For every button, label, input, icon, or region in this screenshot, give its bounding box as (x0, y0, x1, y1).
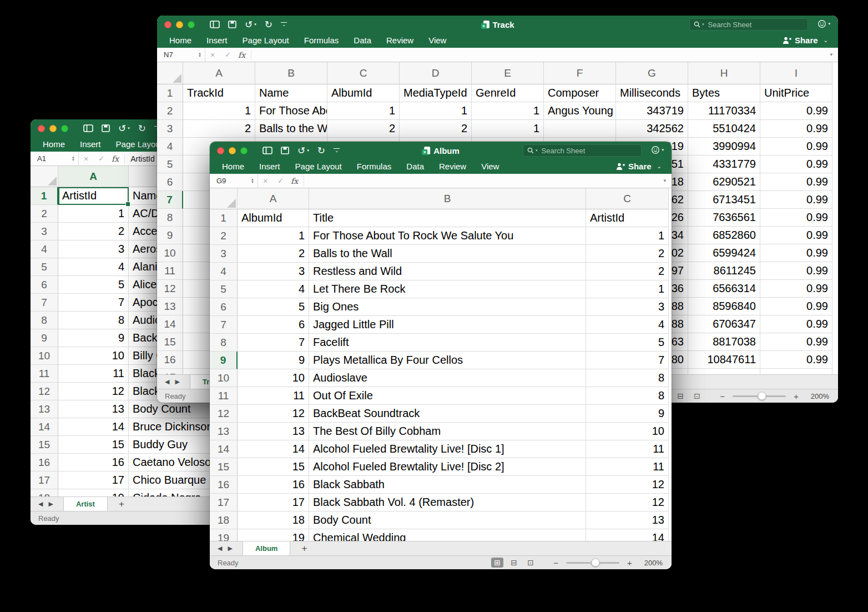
cell-I1[interactable]: UnitPrice (760, 84, 832, 102)
cell-A3[interactable]: 2 (58, 223, 129, 240)
search-scope-caret[interactable]: ▾ (702, 22, 704, 27)
cell-A11[interactable]: 11 (58, 365, 129, 383)
formula-bar-expand-icon[interactable]: ▼ (658, 178, 672, 183)
row-header-9[interactable]: 9 (157, 227, 183, 244)
cell-H11[interactable]: 8611245 (688, 262, 760, 280)
cell-A1[interactable]: ArtistId (58, 187, 129, 205)
menu-item-page-layout[interactable]: Page Layout (295, 162, 342, 171)
cell-A10[interactable]: 10 (58, 347, 129, 365)
cell-A4[interactable]: 3 (238, 263, 309, 280)
cell-F1[interactable]: Composer (544, 84, 616, 102)
cell-C5[interactable]: 1 (586, 280, 669, 298)
cell-I3[interactable]: 0.99 (760, 120, 832, 138)
name-box[interactable]: G9 (210, 174, 248, 188)
cell-G2[interactable]: 343719 (616, 102, 688, 120)
zoom-out-button[interactable]: − (553, 558, 558, 568)
cell-A5[interactable]: 4 (58, 258, 129, 276)
row-header-8[interactable]: 8 (157, 209, 183, 227)
save-icon[interactable] (281, 147, 289, 154)
column-header-F[interactable]: F (544, 62, 616, 84)
column-header-A[interactable]: A (58, 166, 129, 187)
row-header-10[interactable]: 10 (210, 369, 238, 387)
cell-D2[interactable]: 1 (400, 102, 472, 120)
cell-I13[interactable]: 0.99 (760, 298, 832, 315)
cell-C3[interactable]: 2 (327, 120, 400, 138)
row-header-7[interactable]: 7 (210, 316, 238, 334)
zoom-level[interactable]: 200% (644, 559, 663, 567)
cell-C9[interactable]: 7 (586, 352, 669, 369)
search-scope-caret[interactable]: ▾ (536, 148, 538, 153)
cell-H2[interactable]: 11170334 (688, 102, 760, 120)
name-box[interactable]: N7 (157, 48, 195, 62)
page-layout-view-icon[interactable]: ⊟ (674, 391, 687, 401)
normal-view-icon[interactable]: ⊞ (491, 558, 503, 568)
cell-C2[interactable]: 1 (586, 227, 669, 245)
row-header-17[interactable]: 17 (157, 369, 183, 374)
cell-G3[interactable]: 342562 (616, 120, 688, 138)
cell-C3[interactable]: 2 (586, 245, 669, 263)
row-header-17[interactable]: 17 (210, 494, 238, 511)
row-header-2[interactable]: 2 (31, 205, 58, 223)
prev-sheet-icon[interactable]: ◀ (38, 500, 43, 508)
prev-sheet-icon[interactable]: ◀ (165, 378, 169, 385)
cell-B9[interactable]: Plays Metallica By Four Cellos (309, 352, 586, 369)
cell-A7[interactable]: 7 (58, 294, 129, 312)
row-header-11[interactable]: 11 (210, 387, 238, 405)
cell-A10[interactable]: 10 (238, 369, 309, 387)
row-header-14[interactable]: 14 (210, 440, 238, 458)
cell-A12[interactable]: 12 (58, 383, 129, 400)
row-header-12[interactable]: 12 (157, 280, 183, 298)
select-all-corner[interactable] (31, 166, 58, 187)
name-box-stepper[interactable]: ▲▼ (248, 174, 258, 188)
undo-icon[interactable]: ↺▾ (297, 146, 309, 155)
row-header-4[interactable]: 4 (157, 138, 183, 155)
zoom-level[interactable]: 200% (811, 392, 829, 400)
cancel-entry-icon[interactable]: × (258, 177, 272, 185)
album-window[interactable]: ↺▾ ↻ ⌄ x Album ▾ Search Sheet ▾ HomeInse… (210, 142, 672, 569)
menu-item-review[interactable]: Review (386, 36, 413, 45)
cell-H1[interactable]: Bytes (688, 84, 760, 102)
cell-I17[interactable] (760, 369, 832, 374)
zoom-out-button[interactable]: − (720, 392, 725, 401)
cell-H6[interactable]: 6290521 (688, 173, 760, 191)
row-header-5[interactable]: 5 (31, 258, 58, 276)
row-header-6[interactable]: 6 (31, 276, 58, 294)
row-header-13[interactable]: 13 (31, 400, 58, 418)
cell-B1[interactable]: Name (255, 84, 327, 102)
confirm-entry-icon[interactable]: ✓ (93, 154, 109, 163)
cell-C13[interactable]: 10 (586, 423, 669, 440)
cell-H10[interactable]: 6599424 (688, 244, 760, 262)
menu-item-insert[interactable]: Insert (259, 162, 280, 171)
menu-item-insert[interactable]: Insert (80, 139, 101, 149)
page-layout-view-icon[interactable]: ⊟ (508, 558, 520, 568)
cell-A16[interactable]: 16 (238, 476, 309, 494)
cell-A17[interactable]: 17 (58, 471, 129, 489)
name-box-stepper[interactable]: ▲▼ (195, 48, 205, 62)
page-break-view-icon[interactable]: ⊡ (524, 558, 537, 568)
column-header-G[interactable]: G (616, 62, 688, 84)
row-header-8[interactable]: 8 (31, 312, 58, 329)
row-header-14[interactable]: 14 (157, 315, 183, 333)
cell-I14[interactable]: 0.99 (760, 315, 832, 333)
cell-A15[interactable]: 15 (58, 436, 129, 454)
column-header-H[interactable]: H (688, 62, 760, 84)
zoom-slider[interactable] (566, 562, 619, 564)
cell-H5[interactable]: 4331779 (688, 155, 760, 173)
row-header-11[interactable]: 11 (157, 262, 183, 280)
row-header-12[interactable]: 12 (31, 383, 58, 400)
cell-A3[interactable]: 2 (183, 120, 255, 138)
cell-D3[interactable]: 2 (400, 120, 472, 138)
share-button[interactable]: Share ⌄ (783, 36, 828, 45)
row-header-4[interactable]: 4 (31, 240, 58, 258)
close-button[interactable] (217, 147, 224, 154)
undo-icon[interactable]: ↺▾ (118, 124, 130, 133)
cell-B6[interactable]: Big Ones (309, 298, 586, 316)
redo-icon[interactable]: ↻ (138, 124, 146, 133)
cell-B2[interactable]: For Those About To Rock We Salute You (309, 227, 586, 245)
share-button[interactable]: Share ⌄ (616, 162, 662, 171)
row-header-5[interactable]: 5 (157, 155, 183, 173)
menu-item-view[interactable]: View (481, 162, 499, 171)
cell-C7[interactable]: 4 (586, 316, 669, 334)
row-header-1[interactable]: 1 (31, 187, 58, 205)
menu-item-data[interactable]: Data (354, 36, 371, 45)
